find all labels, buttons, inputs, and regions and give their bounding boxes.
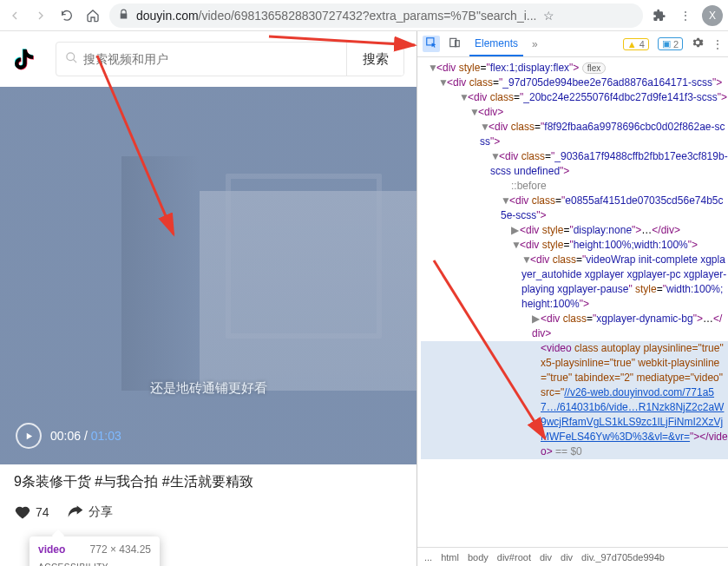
video-caption: 还是地砖通铺更好看 [150, 380, 267, 397]
selected-dom-node[interactable]: <video class autoplay playsinline="true"… [421, 341, 728, 459]
home-button[interactable] [83, 6, 102, 25]
heart-icon [14, 503, 31, 521]
share-icon [67, 503, 84, 521]
settings-icon[interactable] [692, 36, 704, 51]
profile-avatar[interactable]: X [702, 5, 723, 26]
star-icon[interactable]: ☆ [543, 9, 554, 23]
tab-elements[interactable]: Elements [469, 31, 523, 56]
like-count[interactable]: 74 [14, 503, 49, 521]
inspect-tooltip: video 772 × 434.25 ACCESSIBILITY Name [30, 536, 160, 566]
video-player[interactable]: 还是地砖通铺更好看 00:06 / 01:03 [0, 87, 416, 464]
inspect-element-icon[interactable] [423, 36, 440, 52]
search-button[interactable]: 搜索 [346, 43, 403, 76]
issues-badge[interactable]: ▣2 [658, 37, 683, 50]
devtools-panel: Elements » ▲4 ▣2 ⋮ ▼<div style="flex:1;d… [416, 31, 728, 566]
tooltip-tagname: video [38, 543, 65, 556]
nav-back-button[interactable] [5, 6, 24, 25]
warnings-badge[interactable]: ▲4 [623, 38, 649, 50]
play-button[interactable] [16, 423, 42, 449]
tooltip-dimensions: 772 × 434.25 [90, 543, 151, 556]
web-page: 搜索 还是地砖通铺更好看 00:06 / 01:03 9条装修干货 #与我合拍 … [0, 31, 416, 566]
browser-toolbar: douyin.com/video/6981365828830727432?ext… [0, 0, 728, 31]
search-box: 搜索 [56, 42, 404, 76]
dom-breadcrumbs[interactable]: ... html body div#root div div div._97d7… [417, 547, 728, 566]
svg-point-0 [67, 53, 75, 61]
more-tabs-icon[interactable]: » [532, 38, 538, 50]
inspect-overlay [0, 87, 416, 464]
device-toolbar-icon[interactable] [449, 36, 461, 51]
share-button[interactable]: 分享 [67, 503, 113, 521]
nav-forward-button[interactable] [31, 6, 50, 25]
search-input[interactable] [83, 52, 338, 66]
video-actions: 74 分享 [0, 500, 416, 524]
extensions-icon[interactable] [650, 6, 669, 25]
dom-tree[interactable]: ▼<div style="flex:1;display:flex"> flex … [417, 57, 728, 547]
reload-button[interactable] [57, 6, 76, 25]
url-text: douyin.com/video/6981365828830727432?ext… [136, 9, 536, 23]
devtools-tabs: Elements » ▲4 ▣2 ⋮ [417, 31, 728, 57]
video-controls: 00:06 / 01:03 [16, 423, 121, 449]
devtools-menu-icon[interactable]: ⋮ [712, 38, 723, 50]
video-title: 9条装修干货 #与我合拍 #生活就要精致 [0, 464, 416, 500]
search-icon [65, 51, 78, 67]
douyin-logo[interactable] [12, 43, 43, 75]
page-header: 搜索 [0, 31, 416, 87]
tooltip-section: ACCESSIBILITY [38, 563, 151, 566]
lock-icon [118, 9, 129, 23]
address-bar[interactable]: douyin.com/video/6981365828830727432?ext… [109, 3, 643, 28]
time-display: 00:06 / 01:03 [50, 429, 121, 443]
menu-icon[interactable]: ⋮ [676, 6, 695, 25]
